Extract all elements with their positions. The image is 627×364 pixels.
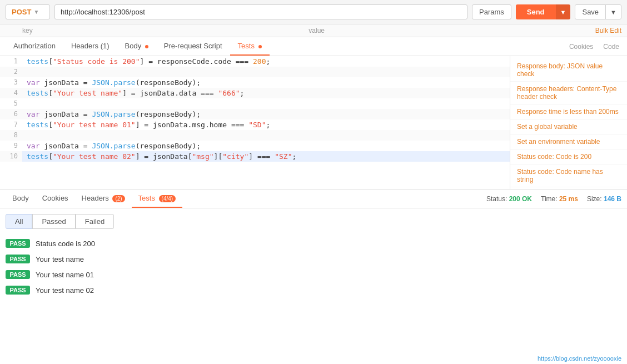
code-line-7: 7 tests["Your test name 01"] = jsonData.… <box>0 119 510 130</box>
kv-bar: key value Bulk Edit <box>0 24 627 37</box>
snippet-item[interactable]: Status code: Successful POST <box>510 187 627 189</box>
code-line-10: 10 tests["Your test name 02"] = jsonData… <box>0 151 510 162</box>
request-tabs: Authorization Headers (1) Body Pre-reque… <box>0 37 627 56</box>
filter-all[interactable]: All <box>6 214 32 229</box>
tests-badge: (4/4) <box>159 195 176 202</box>
body-dot-indicator <box>145 45 148 48</box>
send-group: Send ▼ <box>516 4 571 19</box>
test-label-2: Your test name <box>36 255 84 263</box>
snippet-item[interactable]: Set a global variable <box>510 119 627 134</box>
save-group: Save ▼ <box>575 4 621 19</box>
send-button[interactable]: Send <box>516 4 556 19</box>
send-dropdown-button[interactable]: ▼ <box>556 4 571 19</box>
tab-body[interactable]: Body <box>117 37 156 56</box>
req-tabs-right: Cookies Code <box>567 38 621 55</box>
filter-tabs: All Passed Failed <box>6 214 621 229</box>
code-editor[interactable]: 1 tests["Status code is 200"] = response… <box>0 56 510 189</box>
code-line-2: 2 <box>0 67 510 77</box>
kv-key-label: key <box>6 27 308 34</box>
method-button[interactable]: POST ▼ <box>6 4 50 19</box>
tab-pre-request[interactable]: Pre-request Script <box>156 37 230 56</box>
pass-badge-1: PASS <box>6 239 30 248</box>
test-result-2: PASS Your test name <box>6 251 621 267</box>
time-value: 25 ms <box>559 195 578 203</box>
tab-headers[interactable]: Headers (1) <box>63 37 117 56</box>
test-label-4: Your test name 02 <box>36 286 94 295</box>
snippet-item[interactable]: Status code: Code name has string <box>510 164 627 187</box>
params-button[interactable]: Params <box>472 4 511 19</box>
code-line-5: 5 <box>0 98 510 109</box>
resp-tab-headers[interactable]: Headers (2) <box>75 190 132 208</box>
method-label: POST <box>12 8 31 16</box>
kv-value-label: value <box>308 27 595 34</box>
code-line-3: 3 var jsonData = JSON.parse(responseBody… <box>0 77 510 88</box>
code-link[interactable]: Code <box>601 38 621 55</box>
test-label-3: Your test name 01 <box>36 271 94 279</box>
method-chevron-icon: ▼ <box>33 9 39 15</box>
status-label: Status: 200 OK <box>486 195 532 203</box>
footer-link: https://blog.csdn.net/zyooooxie <box>538 355 621 362</box>
status-value: 200 OK <box>509 195 532 203</box>
toolbar: POST ▼ Params Send ▼ Save ▼ <box>0 0 627 24</box>
test-result-4: PASS Your test name 02 <box>6 282 621 298</box>
main-content: 1 tests["Status code is 200"] = response… <box>0 56 627 190</box>
test-results-panel: All Passed Failed PASS Status code is 20… <box>0 208 627 350</box>
snippet-item[interactable]: Set an environment variable <box>510 134 627 149</box>
filter-passed[interactable]: Passed <box>32 214 75 229</box>
code-line-6: 6 var jsonData = JSON.parse(responseBody… <box>0 109 510 119</box>
code-line-4: 4 tests["Your test name"] = jsonData.dat… <box>0 88 510 98</box>
test-result-1: PASS Status code is 200 <box>6 236 621 251</box>
code-line-8: 8 <box>0 130 510 141</box>
save-dropdown-button[interactable]: ▼ <box>605 5 621 19</box>
snippet-item[interactable]: Status code: Code is 200 <box>510 149 627 164</box>
response-tabs-bar: Body Cookies Headers (2) Tests (4/4) Sta… <box>0 190 627 208</box>
resp-tab-body[interactable]: Body <box>6 190 36 208</box>
bulk-edit-button[interactable]: Bulk Edit <box>595 27 621 34</box>
pass-badge-3: PASS <box>6 270 30 279</box>
response-status-info: Status: 200 OK Time: 25 ms Size: 146 B <box>486 195 621 203</box>
code-lines: 1 tests["Status code is 200"] = response… <box>0 56 510 162</box>
code-line-9: 9 var jsonData = JSON.parse(responseBody… <box>0 141 510 151</box>
time-label: Time: 25 ms <box>541 195 578 203</box>
snippet-item[interactable]: Response time is less than 200ms <box>510 104 627 119</box>
snippets-sidebar: Response body: JSON value check Response… <box>510 56 627 189</box>
test-label-1: Status code is 200 <box>36 240 95 248</box>
resp-tab-cookies[interactable]: Cookies <box>36 190 75 208</box>
pass-badge-2: PASS <box>6 255 30 263</box>
tests-dot-indicator <box>258 45 262 48</box>
size-value: 146 B <box>604 195 621 203</box>
size-label: Size: 146 B <box>587 195 621 203</box>
test-result-3: PASS Your test name 01 <box>6 267 621 282</box>
url-input[interactable] <box>54 4 467 19</box>
headers-badge: (2) <box>112 195 125 202</box>
snippet-item[interactable]: Response headers: Content-Type header ch… <box>510 82 627 104</box>
cookies-link[interactable]: Cookies <box>567 38 595 55</box>
pass-badge-4: PASS <box>6 286 30 295</box>
filter-failed[interactable]: Failed <box>76 214 114 229</box>
save-button[interactable]: Save <box>575 5 605 19</box>
footer: https://blog.csdn.net/zyooooxie <box>532 353 627 364</box>
tab-tests[interactable]: Tests <box>230 37 270 56</box>
resp-tab-tests[interactable]: Tests (4/4) <box>132 190 183 208</box>
code-line-1: 1 tests["Status code is 200"] = response… <box>0 56 510 67</box>
tab-authorization[interactable]: Authorization <box>6 37 63 56</box>
snippet-item[interactable]: Response body: JSON value check <box>510 59 627 82</box>
